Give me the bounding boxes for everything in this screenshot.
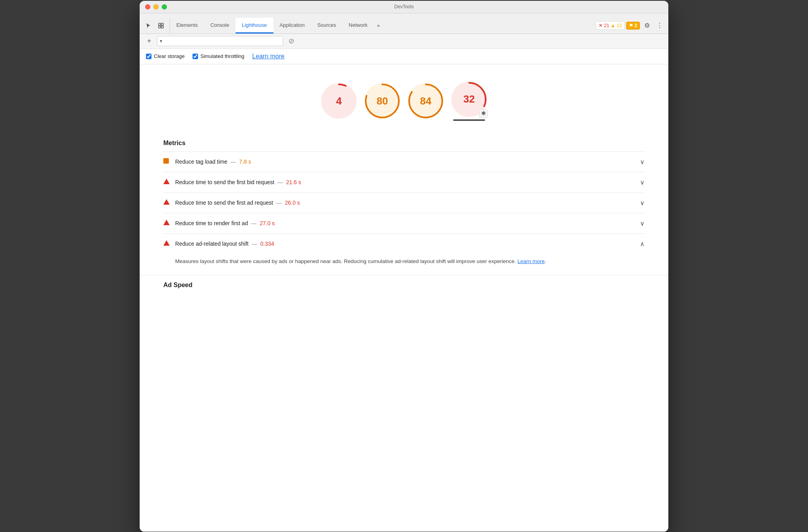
metric-expanded-content: Measures layout shifts that were caused … — [163, 254, 645, 269]
svg-rect-3 — [161, 26, 163, 28]
metric-label-5: Reduce ad-related layout shift — 0.334 — [175, 241, 635, 247]
metric-label-3: Reduce time to send the first ad request… — [175, 200, 635, 206]
close-button[interactable] — [145, 4, 150, 9]
score-circle-1: 4 — [321, 83, 357, 119]
settings-icon[interactable]: ⚙ — [642, 20, 653, 31]
toolbar: + ▾ ⊘ — [140, 34, 668, 49]
ad-speed-title: Ad Speed — [163, 275, 645, 293]
score-value-3: 84 — [420, 95, 432, 107]
clear-storage-checkbox[interactable] — [146, 54, 152, 59]
devtools-window: DevTools — [140, 1, 668, 532]
score-value-1: 4 — [336, 95, 342, 107]
score-value-4: 32 — [464, 93, 475, 105]
metric-row-4[interactable]: Reduce time to render first ad — 27.0 s … — [163, 213, 645, 233]
svg-rect-2 — [159, 26, 161, 28]
metric-value-4: 27.0 s — [260, 220, 275, 226]
square-icon — [163, 158, 169, 164]
metric-icon-3 — [163, 199, 170, 206]
scores-area: 4 80 — [140, 72, 668, 133]
tabbar-right-controls: ✕ 21 ▲ 12 ⚑ 2 ⚙ ⋮ — [596, 20, 665, 34]
maximize-button[interactable] — [162, 4, 167, 9]
metric-icon-4 — [163, 220, 170, 227]
metric-row-5-header[interactable]: Reduce ad-related layout shift — 0.334 ∧ — [163, 234, 645, 254]
tab-application[interactable]: Application — [273, 18, 311, 34]
clear-storage-option[interactable]: Clear storage — [146, 53, 185, 59]
tab-network[interactable]: Network — [342, 18, 374, 34]
metric-row-5-expanded: Reduce ad-related layout shift — 0.334 ∧… — [163, 233, 645, 275]
inspect-icon[interactable] — [155, 20, 166, 31]
devtools-body: Elements Console Lighthouse Application … — [140, 13, 668, 532]
metric-row-2[interactable]: Reduce time to send the first bid reques… — [163, 172, 645, 192]
score-circle-value-2: 80 — [365, 83, 400, 119]
score-circle-4: 32 ✱ — [451, 82, 487, 121]
score-circle-2: 80 — [365, 83, 400, 119]
metric-icon-1 — [163, 158, 170, 165]
active-score-underline — [453, 119, 485, 121]
learn-more-link[interactable]: Learn more — [252, 53, 284, 60]
metric-row-1[interactable]: Reduce tag load time — 7.8 s ∨ — [163, 151, 645, 172]
metric-value-2: 21.6 s — [286, 179, 301, 185]
chevron-down-icon-1: ∨ — [640, 158, 645, 166]
add-button[interactable]: + — [144, 36, 154, 46]
cursor-icon[interactable] — [143, 20, 154, 31]
metrics-section: Metrics Reduce tag load time — 7.8 s ∨ — [140, 133, 668, 275]
tab-bar: Elements Console Lighthouse Application … — [140, 13, 668, 34]
error-warning-badge[interactable]: ✕ 21 ▲ 12 — [596, 21, 625, 30]
chevron-down-icon-2: ∨ — [640, 179, 645, 186]
svg-rect-0 — [159, 23, 161, 25]
metric-learn-more-link[interactable]: Learn more — [517, 258, 544, 264]
tabs-container: Elements Console Lighthouse Application … — [170, 13, 596, 34]
tab-elements[interactable]: Elements — [170, 18, 204, 34]
metric-value-3: 26.0 s — [285, 200, 300, 206]
more-options-icon[interactable]: ⋮ — [654, 20, 665, 31]
tab-bar-tools — [143, 18, 170, 34]
info-badge[interactable]: ⚑ 2 — [626, 22, 640, 30]
window-controls — [145, 4, 167, 9]
metric-value-5: 0.334 — [260, 241, 274, 247]
minimize-button[interactable] — [153, 4, 159, 9]
metrics-title: Metrics — [163, 133, 645, 151]
metric-value-1: 7.8 s — [239, 159, 251, 165]
url-dropdown[interactable]: ▾ — [160, 38, 162, 44]
options-bar: Clear storage Simulated throttling Learn… — [140, 49, 668, 64]
metric-icon-2 — [163, 179, 170, 186]
score-circle-value-1: 4 — [321, 83, 357, 119]
metric-label-4: Reduce time to render first ad — 27.0 s — [175, 220, 635, 226]
tab-sources[interactable]: Sources — [311, 18, 342, 34]
chevron-up-icon-5: ∧ — [640, 240, 645, 248]
tab-lighthouse[interactable]: Lighthouse — [236, 18, 273, 34]
plugin-icon: ✱ — [481, 110, 486, 116]
triangle-icon-5 — [163, 240, 170, 246]
simulated-throttling-option[interactable]: Simulated throttling — [193, 53, 244, 59]
metric-label-1: Reduce tag load time — 7.8 s — [175, 159, 635, 165]
score-circle-value-3: 84 — [408, 83, 443, 119]
plugin-badge: ✱ — [479, 109, 488, 118]
tab-more-button[interactable]: » — [374, 18, 383, 34]
chevron-down-icon-3: ∨ — [640, 199, 645, 207]
url-input[interactable]: ▾ — [157, 36, 283, 46]
metric-row-3[interactable]: Reduce time to send the first ad request… — [163, 192, 645, 213]
triangle-icon-3 — [163, 199, 170, 205]
score-circle-value-4: 32 ✱ — [451, 82, 487, 117]
metric-label-2: Reduce time to send the first bid reques… — [175, 179, 635, 185]
ad-speed-section: Ad Speed — [140, 275, 668, 300]
triangle-icon-4 — [163, 220, 170, 225]
block-requests-icon[interactable]: ⊘ — [286, 36, 296, 46]
score-value-2: 80 — [377, 95, 388, 107]
titlebar: DevTools — [140, 1, 668, 13]
svg-rect-1 — [161, 23, 163, 25]
metric-icon-5 — [163, 240, 170, 247]
chevron-down-icon-4: ∨ — [640, 220, 645, 227]
tab-console[interactable]: Console — [204, 18, 236, 34]
window-title: DevTools — [394, 4, 413, 9]
score-circle-3: 84 — [408, 83, 443, 119]
main-content: 4 80 — [140, 64, 668, 532]
simulated-throttling-checkbox[interactable] — [193, 54, 198, 59]
triangle-icon — [163, 179, 170, 184]
